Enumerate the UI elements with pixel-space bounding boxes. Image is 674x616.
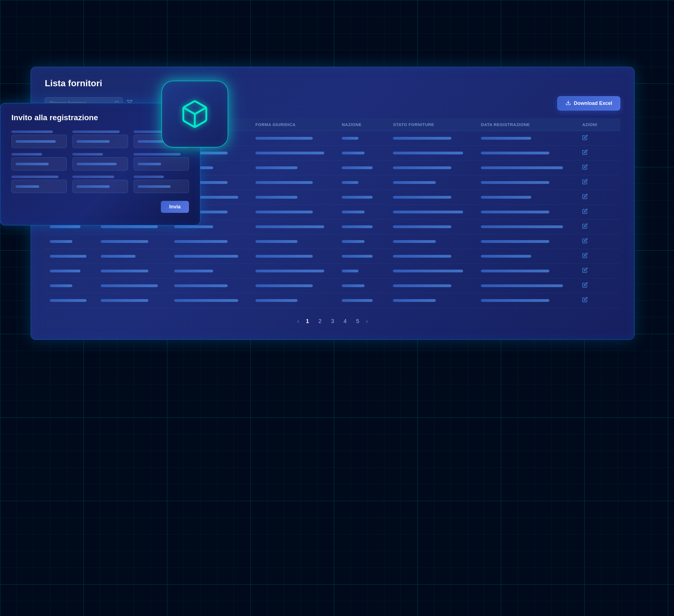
table-cell [250, 146, 337, 160]
cell-bar [50, 299, 87, 302]
form-field-2-2 [72, 153, 128, 170]
input-value-bar [138, 163, 161, 165]
invia-button[interactable]: Invia [161, 201, 189, 213]
page-1[interactable]: 1 [303, 317, 312, 326]
edit-icon[interactable] [582, 238, 588, 245]
col-data-registrazione: DATA REGISTRAZIONE [476, 118, 577, 131]
action-cell [577, 131, 620, 146]
cell-bar [255, 166, 298, 169]
table-cell [388, 278, 476, 293]
action-cell [577, 249, 620, 264]
cell-bar [481, 284, 563, 287]
pagination-next[interactable]: › [366, 318, 368, 325]
table-cell [476, 249, 577, 264]
cell-bar [393, 152, 463, 154]
table-cell [337, 131, 388, 146]
table-cell [250, 249, 337, 264]
input-value-bar [16, 185, 39, 188]
table-cell [337, 293, 388, 308]
edit-icon[interactable] [582, 267, 588, 274]
cell-bar [393, 270, 463, 272]
form-input[interactable] [11, 157, 67, 170]
download-excel-button[interactable]: Download Excel [557, 96, 620, 110]
cell-bar [481, 166, 563, 169]
cell-bar [393, 137, 451, 140]
table-cell [476, 205, 577, 220]
table-cell [250, 160, 337, 175]
cell-bar [481, 270, 549, 272]
form-field-1-2 [11, 153, 67, 170]
form-field-3-3 [134, 175, 189, 193]
edit-icon[interactable] [582, 194, 588, 201]
form-input[interactable] [11, 180, 67, 193]
table-cell [250, 293, 337, 308]
action-cell [577, 160, 620, 175]
edit-icon[interactable] [582, 282, 588, 289]
form-field-1-3 [11, 175, 67, 193]
action-cell [577, 205, 620, 220]
cell-bar [393, 299, 436, 302]
edit-icon[interactable] [582, 297, 588, 304]
table-cell [45, 278, 96, 293]
edit-icon[interactable] [582, 253, 588, 260]
edit-icon[interactable] [582, 208, 588, 215]
action-cell [577, 190, 620, 205]
table-cell [250, 220, 337, 234]
page-2[interactable]: 2 [316, 317, 324, 326]
form-field-2-1 [72, 130, 128, 148]
cell-bar [393, 255, 451, 258]
edit-icon[interactable] [582, 164, 588, 171]
page-3[interactable]: 3 [328, 317, 337, 326]
edit-icon[interactable] [582, 223, 588, 230]
table-row [45, 293, 620, 308]
edit-icon[interactable] [582, 149, 588, 156]
cell-bar [342, 225, 373, 228]
action-cell [577, 175, 620, 190]
table-cell [45, 249, 96, 264]
table-cell [96, 249, 169, 264]
form-input[interactable] [72, 135, 128, 148]
table-cell [337, 190, 388, 205]
edit-icon[interactable] [582, 135, 588, 142]
form-input[interactable] [72, 157, 128, 170]
cell-bar [50, 240, 72, 243]
table-cell [388, 234, 476, 249]
form-input[interactable] [134, 180, 189, 193]
form-label [134, 175, 164, 178]
cell-bar [255, 270, 324, 272]
edit-icon[interactable] [582, 179, 588, 186]
table-cell [476, 264, 577, 278]
table-cell [476, 190, 577, 205]
table-cell [476, 175, 577, 190]
table-cell [250, 175, 337, 190]
pagination-prev[interactable]: ‹ [297, 318, 299, 325]
page-5[interactable]: 5 [353, 317, 362, 326]
form-field-3-2 [134, 153, 189, 170]
cell-bar [255, 211, 313, 213]
page-4[interactable]: 4 [341, 317, 349, 326]
action-cell [577, 278, 620, 293]
cell-bar [342, 137, 358, 140]
cell-bar [481, 225, 563, 228]
form-label [134, 153, 181, 155]
form-input[interactable] [134, 157, 189, 170]
cell-bar [50, 225, 81, 228]
col-nazione: NAZIONE [337, 118, 388, 131]
cell-bar [393, 181, 436, 184]
action-cell [577, 264, 620, 278]
form-input[interactable] [11, 135, 67, 148]
form-input[interactable] [72, 180, 128, 193]
table-cell [388, 175, 476, 190]
form-label [11, 153, 42, 155]
cell-bar [101, 240, 148, 243]
table-cell [388, 220, 476, 234]
table-cell [96, 264, 169, 278]
table-cell [96, 278, 169, 293]
input-value-bar [77, 163, 117, 165]
pagination: ‹ 1 2 3 4 5 › [45, 317, 620, 326]
cell-bar [101, 299, 148, 302]
table-cell [337, 205, 388, 220]
table-cell [169, 234, 250, 249]
cell-bar [255, 196, 298, 199]
form-field-2-3 [72, 175, 128, 193]
